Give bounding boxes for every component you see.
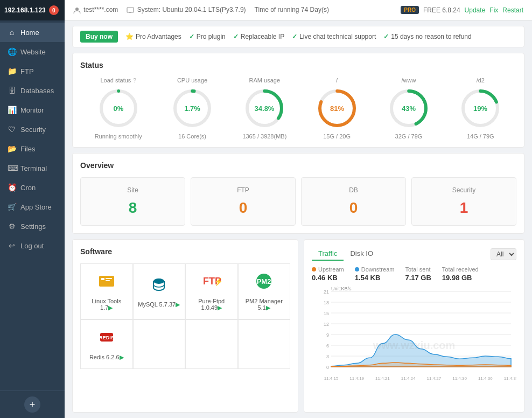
content-area: Buy now ⭐ Pro Advantages ✓ Pro plugin ✓ … (65, 20, 532, 418)
gauge-sub-4: 32G / 79G (395, 133, 423, 140)
overview-title: Overview (80, 161, 516, 170)
topbar-left: test****.com System: Ubuntu 20.04.1 LTS(… (73, 6, 329, 14)
gauge-sub-2: 1365 / 3928(MB) (242, 133, 286, 140)
update-link[interactable]: Update (465, 6, 486, 14)
software-name-1: MySQL 5.7.37▶ (138, 301, 180, 308)
sidebar-item-monitor[interactable]: 📊 Monitor (0, 100, 65, 120)
overview-value-3: 1 (421, 199, 507, 217)
sidebar-item-databases[interactable]: 🗄 Databases (0, 81, 65, 100)
software-icon-ftp: FTP⚡ (202, 271, 221, 295)
sidebar-item-security[interactable]: 🛡 Security (0, 120, 65, 139)
promo-bar: Buy now ⭐ Pro Advantages ✓ Pro plugin ✓ … (72, 26, 524, 47)
svg-text:12: 12 (324, 322, 329, 327)
software-icon-pm2: PM2 (254, 271, 274, 295)
gauge-svg-5: 19% (459, 87, 502, 130)
svg-text:11:4:39: 11:4:39 (504, 376, 516, 381)
check-icon-4: ✓ (383, 33, 389, 40)
pro-badge: PRO (401, 6, 419, 14)
svg-text:11:4:36: 11:4:36 (478, 376, 493, 381)
arrow-icon-2: ▶ (218, 304, 222, 311)
svg-rect-23 (106, 278, 112, 279)
restart-link[interactable]: Restart (502, 6, 523, 14)
svg-text:0%: 0% (113, 104, 123, 113)
gauge-sub-3: 15G / 20G (323, 133, 351, 140)
topbar-user: test****.com (73, 6, 118, 14)
gauge-svg-4: 43% (387, 87, 430, 130)
svg-text:81%: 81% (330, 104, 344, 113)
software-grid: Linux Tools 1.7▶ MySQL 5.7.37▶ FTP⚡ Pure… (80, 263, 290, 369)
software-item-0[interactable]: Linux Tools 1.7▶ (80, 263, 133, 319)
cron-icon: ⏰ (8, 183, 16, 192)
sidebar-item-cron[interactable]: ⏰ Cron (0, 178, 65, 197)
total-received-value: 19.98 GB (442, 274, 479, 282)
svg-text:11:4:19: 11:4:19 (349, 376, 364, 381)
overview-card-0[interactable]: Site 8 (80, 177, 185, 226)
check-icon-1: ✓ (189, 33, 194, 40)
status-title: Status (80, 61, 516, 69)
sidebar-item-terminal[interactable]: ⌨ Terminal (0, 158, 65, 178)
software-name-2: Pure-Ftpd 1.0.49▶ (190, 298, 233, 311)
sidebar-item-settings-label: Settings (20, 222, 46, 231)
svg-text:⚡: ⚡ (214, 277, 221, 287)
svg-text:3: 3 (326, 354, 329, 359)
promo-item-4: ✓ 15 days no reason to refund (383, 33, 471, 40)
arrow-icon-3: ▶ (266, 304, 270, 311)
check-icon-2: ✓ (233, 33, 239, 40)
sidebar-item-website[interactable]: 🌐 Website (0, 42, 65, 61)
software-item-2[interactable]: FTP⚡ Pure-Ftpd 1.0.49▶ (185, 263, 238, 319)
topbar: test****.com System: Ubuntu 20.04.1 LTS(… (65, 0, 532, 20)
arrow-icon-4: ▶ (120, 354, 124, 360)
traffic-stats: Upstream 0.46 KB Downstream 1.54 KB T (312, 266, 516, 282)
overview-card-3[interactable]: Security 1 (411, 177, 516, 226)
sidebar-item-settings[interactable]: ⚙ Settings (0, 217, 65, 236)
gauge-label-1: CPU usage (177, 77, 207, 83)
tab-traffic[interactable]: Traffic (312, 247, 344, 261)
downstream-dot (355, 267, 359, 271)
overview-grid: Site 8 FTP 0 DB 0 Security 1 (80, 177, 516, 226)
gauge-label-4: /www (402, 77, 416, 83)
overview-section: Overview Site 8 FTP 0 DB 0 Security 1 (72, 153, 524, 234)
svg-rect-1 (127, 8, 134, 12)
sidebar-item-terminal-label: Terminal (20, 164, 47, 172)
topbar-uptime: Time of running 74 Day(s) (255, 6, 329, 13)
gauge-label-2: RAM usage (249, 77, 280, 83)
add-button[interactable]: + (24, 396, 40, 413)
buy-now-button[interactable]: Buy now (80, 31, 118, 43)
sidebar-item-ftp[interactable]: 📁 FTP (0, 61, 65, 81)
sidebar-item-databases-label: Databases (20, 87, 54, 95)
svg-text:15: 15 (324, 311, 329, 316)
sidebar-ip: 192.168.1.123 (4, 6, 46, 14)
svg-text:11:4:24: 11:4:24 (401, 376, 416, 381)
overview-card-2[interactable]: DB 0 (301, 177, 406, 226)
overview-value-0: 8 (89, 199, 176, 217)
system-icon (127, 6, 134, 14)
software-item-1[interactable]: MySQL 5.7.37▶ (133, 263, 186, 319)
overview-value-1: 0 (200, 199, 286, 217)
traffic-header: Traffic Disk IO All (312, 247, 516, 261)
star-icon: ⭐ (125, 33, 134, 40)
software-icon-redis: REDIS (97, 328, 116, 351)
svg-text:Unit:KB/s: Unit:KB/s (331, 286, 352, 291)
terminal-icon: ⌨ (8, 164, 16, 172)
fix-link[interactable]: Fix (489, 6, 498, 14)
svg-text:11:4:30: 11:4:30 (452, 376, 467, 381)
traffic-section: Traffic Disk IO All Upstream 0.46 KB (304, 239, 524, 413)
promo-item-0: ⭐ Pro Advantages (125, 33, 181, 40)
arrow-icon-1: ▶ (176, 301, 180, 308)
sidebar-item-files[interactable]: 📂 Files (0, 139, 65, 158)
sidebar-item-files-label: Files (20, 145, 35, 153)
overview-card-1[interactable]: FTP 0 (191, 177, 296, 226)
sidebar-item-logout[interactable]: ↩ Log out (0, 236, 65, 255)
software-item-4[interactable]: REDIS Redis 6.2.6▶ (80, 319, 133, 369)
sidebar-item-home[interactable]: ⌂ Home (0, 23, 65, 42)
sidebar-header: 192.168.1.123 0 (0, 0, 65, 20)
traffic-filter-select[interactable]: All (491, 248, 516, 260)
tab-diskio[interactable]: Disk IO (344, 247, 380, 261)
sidebar-item-appstore[interactable]: 🛒 App Store (0, 197, 65, 217)
software-item-3[interactable]: PM2 PM2 Manager 5.1▶ (238, 263, 291, 319)
gauges-row: Load status ? 0% Running smoothly CPU us… (80, 77, 516, 140)
sidebar: 192.168.1.123 0 ⌂ Home 🌐 Website 📁 FTP 🗄… (0, 0, 65, 418)
info-icon-${i}[interactable]: ? (133, 78, 136, 83)
overview-value-2: 0 (310, 199, 397, 217)
software-icon-mysql (149, 275, 169, 298)
